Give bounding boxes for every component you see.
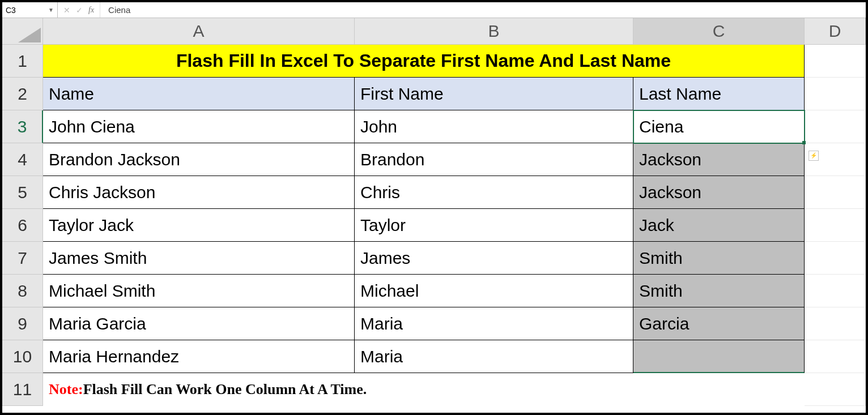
cell-A10[interactable]: Maria Hernandez	[43, 340, 355, 373]
note-label: Note:	[49, 381, 83, 398]
header-last-name[interactable]: Last Name	[633, 78, 805, 110]
name-box-input[interactable]	[6, 6, 40, 15]
fx-icon[interactable]: fx	[88, 6, 94, 15]
cell-B9[interactable]: Maria	[355, 307, 633, 340]
fill-handle[interactable]	[802, 141, 806, 144]
cell-D1[interactable]	[805, 45, 866, 78]
row-header-4[interactable]: 4	[2, 143, 43, 176]
formula-bar: ▼ ✕ ✓ fx Ciena	[2, 2, 866, 18]
select-all-corner[interactable]	[2, 18, 43, 45]
cell-C3[interactable]: Ciena ⚡	[633, 110, 805, 143]
cell-D3[interactable]	[805, 110, 866, 143]
cell-B7[interactable]: James	[355, 242, 633, 275]
row-header-6[interactable]: 6	[2, 209, 43, 242]
cell-D7[interactable]	[805, 242, 866, 275]
enter-icon[interactable]: ✓	[76, 6, 83, 15]
cancel-icon[interactable]: ✕	[63, 6, 70, 15]
cell-C6[interactable]: Jack	[633, 209, 805, 242]
cell-D11[interactable]	[805, 373, 866, 406]
cell-B8[interactable]: Michael	[355, 275, 633, 307]
row-header-7[interactable]: 7	[2, 242, 43, 275]
cell-D5[interactable]	[805, 176, 866, 209]
cell-A4[interactable]: Brandon Jackson	[43, 143, 355, 176]
cell-B10[interactable]: Maria	[355, 340, 633, 373]
cell-C4[interactable]: Jackson	[633, 143, 805, 176]
cell-A6[interactable]: Taylor Jack	[43, 209, 355, 242]
row-header-3[interactable]: 3	[2, 110, 43, 143]
cell-C10[interactable]	[633, 340, 805, 373]
header-name[interactable]: Name	[43, 78, 355, 110]
col-header-C[interactable]: C	[633, 18, 805, 45]
row-header-1[interactable]: 1	[2, 45, 43, 78]
cell-D6[interactable]	[805, 209, 866, 242]
cell-B3[interactable]: John	[355, 110, 633, 143]
name-box[interactable]: ▼	[2, 2, 58, 18]
header-first-name[interactable]: First Name	[355, 78, 633, 110]
row-header-9[interactable]: 9	[2, 307, 43, 340]
flash-fill-options-icon[interactable]: ⚡	[809, 151, 819, 161]
note-cell[interactable]: Note: Flash Fill Can Work One Column At …	[43, 373, 805, 406]
row-header-8[interactable]: 8	[2, 275, 43, 307]
cell-A7[interactable]: James Smith	[43, 242, 355, 275]
row-header-2[interactable]: 2	[2, 78, 43, 110]
cell-A5[interactable]: Chris Jackson	[43, 176, 355, 209]
formula-input[interactable]: Ciena	[100, 5, 866, 15]
col-header-A[interactable]: A	[43, 18, 355, 45]
name-box-dropdown-icon[interactable]: ▼	[48, 7, 54, 13]
col-header-B[interactable]: B	[355, 18, 633, 45]
cell-A8[interactable]: Michael Smith	[43, 275, 355, 307]
row-header-5[interactable]: 5	[2, 176, 43, 209]
formula-bar-buttons: ✕ ✓ fx	[58, 2, 100, 18]
cell-C5[interactable]: Jackson	[633, 176, 805, 209]
spreadsheet-grid: A B C D 1 Flash Fill In Excel To Separat…	[2, 18, 866, 406]
row-header-10[interactable]: 10	[2, 340, 43, 373]
cell-B4[interactable]: Brandon	[355, 143, 633, 176]
cell-C7[interactable]: Smith	[633, 242, 805, 275]
cell-C8[interactable]: Smith	[633, 275, 805, 307]
cell-A3[interactable]: John Ciena	[43, 110, 355, 143]
col-header-D[interactable]: D	[805, 18, 866, 45]
cell-D2[interactable]	[805, 78, 866, 110]
cell-A9[interactable]: Maria Garcia	[43, 307, 355, 340]
cell-C3-value: Ciena	[639, 117, 683, 136]
note-text: Flash Fill Can Work One Column At A Time…	[83, 381, 367, 398]
cell-B6[interactable]: Taylor	[355, 209, 633, 242]
cell-D9[interactable]	[805, 307, 866, 340]
cell-B5[interactable]: Chris	[355, 176, 633, 209]
title-cell[interactable]: Flash Fill In Excel To Separate First Na…	[43, 45, 805, 78]
row-header-11[interactable]: 11	[2, 373, 43, 406]
cell-C9[interactable]: Garcia	[633, 307, 805, 340]
cell-D10[interactable]	[805, 340, 866, 373]
cell-D8[interactable]	[805, 275, 866, 307]
